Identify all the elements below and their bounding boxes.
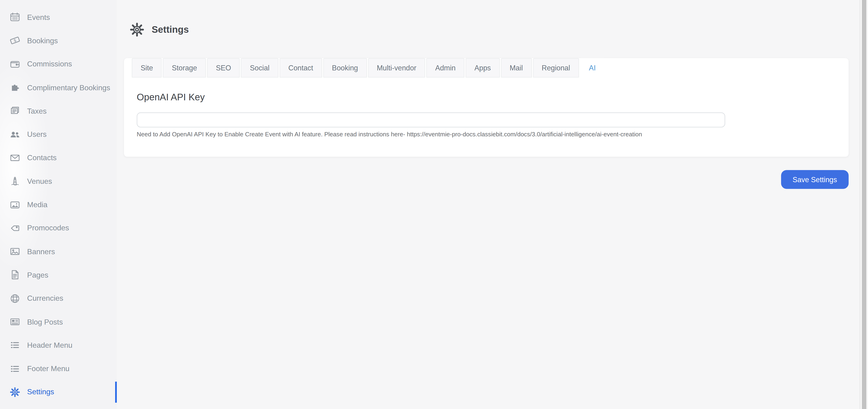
sidebar-item-venues[interactable]: Venues: [0, 170, 117, 193]
sidebar-item-label: Promocodes: [27, 224, 69, 232]
save-settings-button[interactable]: Save Settings: [781, 170, 848, 189]
page-icon: [9, 269, 20, 281]
sidebar-item-contacts[interactable]: Contacts: [0, 146, 117, 170]
gear-icon: [9, 386, 20, 398]
sidebar-item-label: Currencies: [27, 294, 63, 302]
gear-icon: [129, 22, 145, 37]
globe-icon: [9, 293, 20, 304]
sidebar-item-media[interactable]: Media: [0, 193, 117, 216]
sidebar-item-settings[interactable]: Settings: [0, 380, 117, 404]
tab-storage[interactable]: Storage: [163, 58, 206, 78]
app-window: Events $ Bookings Commissions Compliment…: [0, 0, 868, 409]
sidebar-item-label: Media: [27, 200, 48, 209]
calendar-icon: [9, 12, 20, 23]
ticket-icon: $: [9, 35, 20, 46]
sidebar-item-currencies[interactable]: Currencies: [0, 287, 117, 310]
scrollbar-thumb[interactable]: [862, 0, 866, 409]
settings-tabs: Site Storage SEO Social Contact Booking …: [124, 58, 849, 78]
page-header: Settings: [117, 0, 868, 37]
tab-booking[interactable]: Booking: [323, 58, 367, 78]
sidebar-item-label: Pages: [27, 271, 49, 279]
sidebar-item-pages[interactable]: Pages: [0, 263, 117, 287]
main-content: Settings Site Storage SEO Social Contact…: [117, 0, 868, 409]
documents-icon: [9, 106, 20, 116]
tab-panel-ai: OpenAI API Key Need to Add OpenAI API Ke…: [124, 78, 849, 138]
openai-api-key-help-text: Need to Add OpenAI API Key to Enable Cre…: [137, 131, 836, 137]
sidebar-item-promocodes[interactable]: Promocodes: [0, 216, 117, 240]
lighthouse-icon: [9, 176, 20, 186]
openai-api-key-input[interactable]: [137, 113, 725, 127]
sidebar: Events $ Bookings Commissions Compliment…: [0, 0, 117, 409]
svg-text:$: $: [13, 38, 17, 43]
settings-card: Site Storage SEO Social Contact Booking …: [124, 58, 849, 157]
tab-ai[interactable]: AI: [580, 58, 604, 78]
sidebar-item-label: Header Menu: [27, 341, 72, 350]
tab-admin[interactable]: Admin: [426, 58, 464, 78]
newspaper-icon: [9, 316, 20, 327]
tab-mail[interactable]: Mail: [501, 58, 532, 78]
sidebar-item-label: Footer Menu: [27, 364, 69, 373]
list-icon: [9, 363, 20, 374]
tag-icon: [9, 223, 20, 234]
tab-apps[interactable]: Apps: [466, 58, 500, 78]
sidebar-item-footer-menu[interactable]: Footer Menu: [0, 357, 117, 380]
sidebar-item-blog-posts[interactable]: Blog Posts: [0, 310, 117, 333]
users-icon: [9, 129, 20, 140]
sidebar-item-label: Taxes: [27, 107, 47, 115]
list-icon: [9, 340, 20, 351]
tab-social[interactable]: Social: [241, 58, 278, 78]
sidebar-item-users[interactable]: Users: [0, 123, 117, 146]
sidebar-nav: Events $ Bookings Commissions Compliment…: [0, 0, 117, 404]
sidebar-item-commissions[interactable]: Commissions: [0, 52, 117, 76]
openai-api-key-label: OpenAI API Key: [137, 92, 836, 103]
sidebar-item-label: Complimentary Bookings: [27, 84, 110, 92]
sidebar-item-label: Banners: [27, 247, 55, 256]
tab-site[interactable]: Site: [132, 58, 162, 78]
sidebar-item-label: Events: [27, 13, 50, 22]
scrollbar-track[interactable]: [860, 0, 868, 409]
tab-regional[interactable]: Regional: [533, 58, 579, 78]
tab-seo[interactable]: SEO: [207, 58, 240, 78]
tab-multi-vendor[interactable]: Multi-vendor: [368, 58, 425, 78]
tab-contact[interactable]: Contact: [280, 58, 322, 78]
wallet-icon: [9, 58, 20, 69]
page-title: Settings: [152, 24, 189, 35]
sidebar-item-label: Settings: [27, 388, 54, 397]
image-icon: [9, 246, 20, 257]
photo-icon: [9, 199, 20, 210]
puzzle-icon: [9, 82, 20, 93]
sidebar-item-label: Users: [27, 130, 47, 139]
sidebar-item-bookings[interactable]: $ Bookings: [0, 29, 117, 52]
sidebar-item-banners[interactable]: Banners: [0, 240, 117, 263]
actions-row: Save Settings: [124, 170, 849, 189]
sidebar-item-complimentary-bookings[interactable]: Complimentary Bookings: [0, 76, 117, 99]
envelope-icon: [9, 152, 20, 163]
sidebar-item-header-menu[interactable]: Header Menu: [0, 333, 117, 357]
sidebar-item-label: Blog Posts: [27, 318, 63, 326]
sidebar-item-events[interactable]: Events: [0, 6, 117, 29]
sidebar-item-label: Venues: [27, 177, 52, 185]
sidebar-item-taxes[interactable]: Taxes: [0, 99, 117, 122]
sidebar-item-label: Commissions: [27, 60, 72, 68]
sidebar-item-label: Bookings: [27, 36, 58, 45]
sidebar-item-label: Contacts: [27, 154, 57, 162]
